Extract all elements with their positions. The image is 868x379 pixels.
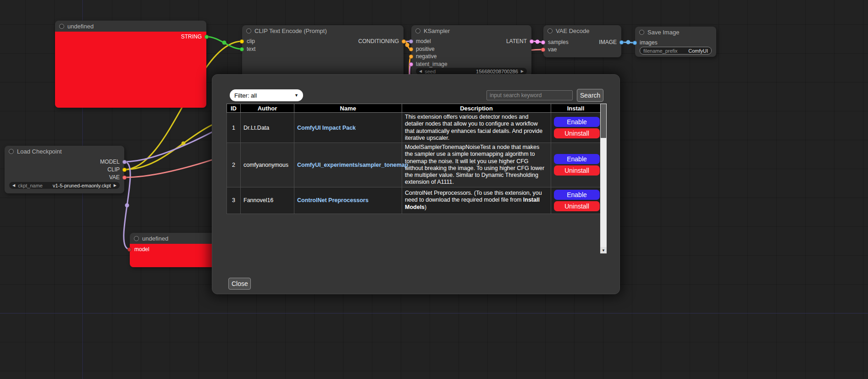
- enable-button[interactable]: Enable: [554, 117, 600, 127]
- port-label: model: [416, 38, 431, 44]
- output-conditioning[interactable]: CONDITIONING: [358, 38, 406, 44]
- scroll-down-icon[interactable]: ▼: [600, 247, 607, 253]
- collapse-dot-icon[interactable]: [547, 28, 553, 33]
- node-undefined-bottom[interactable]: undefined model: [130, 233, 217, 267]
- next-arrow-icon[interactable]: ▶: [114, 183, 116, 187]
- node-title: Load Checkpoint: [17, 148, 62, 155]
- extension-link[interactable]: ControlNet Preprocessors: [297, 197, 369, 203]
- input-samples[interactable]: samples: [541, 39, 569, 45]
- input-vae[interactable]: vae: [541, 46, 557, 53]
- search-input[interactable]: [487, 90, 573, 100]
- enable-button[interactable]: Enable: [554, 190, 600, 200]
- input-latent-image[interactable]: latent_image: [409, 61, 448, 67]
- input-model[interactable]: model: [127, 246, 149, 253]
- uninstall-button[interactable]: Uninstall: [554, 165, 600, 176]
- input-text[interactable]: text: [240, 46, 255, 52]
- cell-id: 3: [227, 187, 241, 214]
- extension-link[interactable]: ComfyUI_experiments/sampler_tonemap: [297, 162, 408, 168]
- node-header: CLIP Text Encode (Prompt): [242, 25, 404, 36]
- node-graph-canvas[interactable]: undefined STRING CLIP Text Encode (Promp…: [0, 0, 868, 379]
- filter-select[interactable]: Filter: all ▼: [230, 89, 303, 101]
- previous-arrow-icon[interactable]: ◀: [12, 183, 15, 187]
- collapse-dot-icon[interactable]: [246, 28, 251, 33]
- collapse-dot-icon[interactable]: [415, 28, 420, 33]
- clip-port-icon[interactable]: [122, 168, 127, 172]
- node-load-checkpoint[interactable]: Load Checkpoint MODEL CLIP VAE ◀ ckpt_na…: [5, 146, 124, 193]
- column-header: Install: [551, 104, 601, 113]
- port-label: images: [640, 39, 658, 46]
- output-clip[interactable]: CLIP: [107, 166, 127, 173]
- node-title: undefined: [67, 23, 94, 30]
- uninstall-button[interactable]: Uninstall: [554, 201, 600, 211]
- cell-install: EnableUninstall: [551, 113, 601, 143]
- conditioning-port-icon[interactable]: [402, 39, 406, 44]
- node-undefined-top[interactable]: undefined STRING: [55, 21, 206, 108]
- input-negative[interactable]: negative: [409, 53, 437, 60]
- node-title: CLIP Text Encode (Prompt): [254, 27, 327, 34]
- latent-port-icon[interactable]: [541, 40, 545, 44]
- collapse-dot-icon[interactable]: [134, 236, 139, 241]
- node-header: Save Image: [635, 27, 716, 38]
- node-save-image[interactable]: Save Image images filename_prefix ComfyU…: [635, 27, 716, 57]
- filename-prefix-widget[interactable]: filename_prefix ComfyUI: [640, 47, 712, 55]
- extension-link[interactable]: ComfyUI Impact Pack: [297, 125, 356, 131]
- scrollbar[interactable]: ▼: [600, 104, 607, 253]
- vae-port-icon[interactable]: [541, 48, 545, 52]
- port-label: text: [247, 46, 255, 52]
- model-port-icon[interactable]: [122, 160, 127, 164]
- port-label: VAE: [109, 174, 120, 181]
- enable-button[interactable]: Enable: [554, 154, 600, 164]
- ckpt-name-widget[interactable]: ◀ ckpt_name v1-5-pruned-emaonly.ckpt ▶: [9, 182, 120, 189]
- filter-selected-value: Filter: all: [234, 92, 257, 99]
- table-body: 1Dr.Lt.DataComfyUI Impact PackThis exten…: [227, 113, 601, 214]
- conditioning-port-icon[interactable]: [409, 47, 413, 51]
- seed-widget[interactable]: ◀ seed 156680208700286 ▶: [416, 68, 527, 75]
- collapse-dot-icon[interactable]: [59, 24, 64, 29]
- widget-value: ComfyUI: [688, 48, 708, 54]
- scrollbar-thumb[interactable]: [601, 104, 606, 138]
- decrement-arrow-icon[interactable]: ◀: [419, 69, 422, 73]
- table-header-row: IDAuthorNameDescriptionInstall: [227, 104, 601, 113]
- cell-author: Fannovel16: [241, 187, 294, 214]
- chevron-down-icon: ▼: [294, 93, 299, 98]
- node-vae-decode[interactable]: VAE Decode samples vae IMAGE: [543, 25, 621, 57]
- port-label: positive: [416, 46, 435, 52]
- cell-name: ComfyUI Impact Pack: [294, 113, 402, 143]
- input-images[interactable]: images: [633, 39, 658, 46]
- image-port-icon[interactable]: [633, 41, 637, 45]
- latent-port-icon[interactable]: [409, 62, 413, 66]
- uninstall-button[interactable]: Uninstall: [554, 128, 600, 138]
- output-string[interactable]: STRING: [181, 33, 209, 40]
- output-vae[interactable]: VAE: [109, 174, 127, 181]
- input-model[interactable]: model: [409, 38, 431, 44]
- model-port-icon[interactable]: [409, 39, 413, 44]
- widget-value: v1-5-pruned-emaonly.ckpt: [53, 183, 111, 188]
- node-header: KSampler: [411, 25, 531, 36]
- clip-port-icon[interactable]: [240, 39, 244, 44]
- vae-port-icon[interactable]: [122, 176, 127, 180]
- port-label: vae: [548, 46, 557, 53]
- collapse-dot-icon[interactable]: [9, 149, 14, 154]
- collapse-dot-icon[interactable]: [639, 30, 644, 35]
- node-ksampler[interactable]: KSampler model positive negative latent_…: [411, 25, 531, 77]
- output-model[interactable]: MODEL: [100, 159, 127, 165]
- string-port-icon[interactable]: [240, 47, 244, 51]
- search-button[interactable]: Search: [577, 89, 603, 102]
- increment-arrow-icon[interactable]: ▶: [521, 69, 524, 73]
- model-port-icon[interactable]: [127, 247, 132, 252]
- node-header: undefined: [55, 21, 206, 32]
- widget-value: 156680208700286: [476, 69, 518, 74]
- column-header: Author: [241, 104, 294, 113]
- input-positive[interactable]: positive: [409, 46, 435, 52]
- conditioning-port-icon[interactable]: [409, 55, 413, 59]
- output-latent[interactable]: LATENT: [506, 38, 534, 44]
- canvas-axis-horizontal: [0, 313, 868, 313]
- close-button[interactable]: Close: [228, 278, 251, 290]
- string-port-icon[interactable]: [205, 35, 209, 39]
- latent-port-icon[interactable]: [530, 39, 534, 44]
- node-header: undefined: [130, 233, 217, 244]
- port-label: MODEL: [100, 159, 120, 165]
- input-clip[interactable]: clip: [240, 38, 255, 44]
- output-image[interactable]: IMAGE: [599, 39, 624, 45]
- image-port-icon[interactable]: [619, 40, 624, 44]
